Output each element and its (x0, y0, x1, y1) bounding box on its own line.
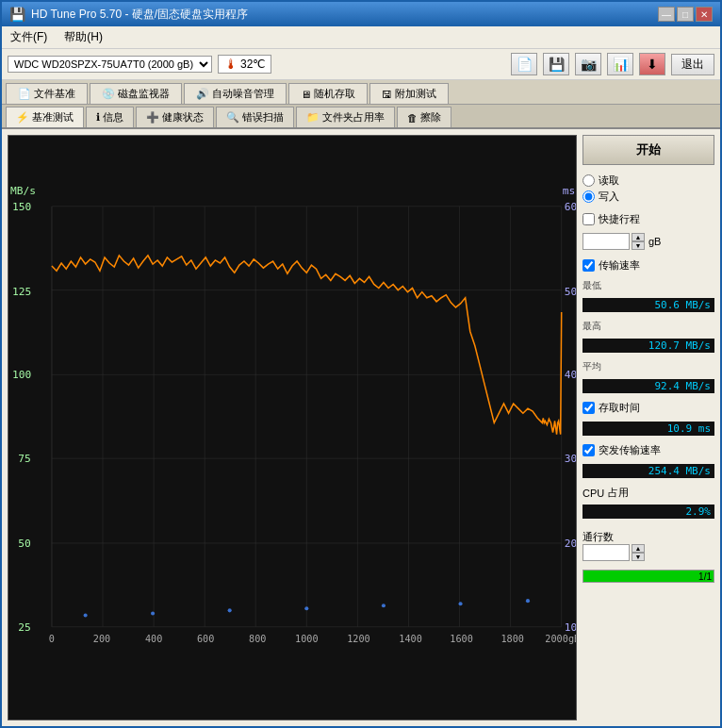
info-icon: ℹ (96, 111, 100, 124)
transfer-rate-checkbox[interactable] (583, 259, 595, 272)
window: 💾 HD Tune Pro 5.70 - 硬盘/固态硬盘实用程序 — □ ✕ 文… (0, 0, 722, 728)
cpu-value: 2.9% (583, 505, 714, 519)
app-icon: 💾 (9, 7, 25, 22)
window-controls: — □ ✕ (658, 7, 713, 22)
svg-text:2000gB: 2000gB (545, 634, 576, 644)
read-radio[interactable] (583, 174, 595, 187)
svg-point-50 (526, 599, 530, 603)
radio-group: 读取 写入 (583, 174, 714, 204)
svg-text:30: 30 (565, 453, 576, 465)
transfer-rate-label: 传输速率 (599, 258, 640, 273)
tab-erase[interactable]: 🗑 擦除 (397, 107, 451, 127)
toolbar-btn-5[interactable]: ⬇ (639, 53, 665, 75)
access-time-value: 10.9 ms (583, 422, 714, 436)
svg-text:20: 20 (565, 538, 576, 550)
menu-file[interactable]: 文件(F) (8, 28, 50, 46)
progress-label: 1/1 (698, 571, 712, 584)
temperature-display: 🌡 32℃ (218, 55, 271, 74)
tab-file-usage[interactable]: 📁 文件夹占用率 (296, 107, 395, 127)
tab-info[interactable]: ℹ 信息 (86, 107, 134, 127)
tab-random-access[interactable]: 🖥 随机存取 (288, 83, 368, 104)
write-radio[interactable] (583, 190, 595, 203)
svg-text:25: 25 (18, 621, 31, 634)
svg-text:ms: ms (563, 185, 576, 197)
erase-icon: 🗑 (407, 112, 418, 124)
queue-input-row: 1 ▲ ▼ (583, 544, 714, 561)
thermometer-icon: 🌡 (224, 57, 238, 72)
tab-benchmark[interactable]: ⚡ 基准测试 (6, 107, 84, 127)
quick-test-row: 快捷行程 (583, 212, 714, 226)
svg-text:150: 150 (12, 201, 32, 213)
svg-text:40: 40 (565, 369, 576, 381)
burst-rate-checkbox[interactable] (583, 444, 595, 456)
svg-text:50: 50 (565, 286, 576, 298)
read-radio-label[interactable]: 读取 (583, 174, 714, 188)
health-icon: ➕ (146, 111, 159, 124)
disk-selector[interactable]: WDC WD20SPZX-75UA7T0 (2000 gB) (8, 56, 212, 73)
min-value: 50.6 MB/s (583, 298, 714, 312)
burst-rate-label: 突发传输速率 (599, 443, 661, 457)
toolbar-btn-2[interactable]: 💾 (543, 53, 569, 75)
start-button[interactable]: 开始 (583, 135, 714, 165)
quick-test-spin-down[interactable]: ▼ (632, 241, 645, 250)
svg-text:1200: 1200 (347, 634, 370, 644)
disk-monitor-icon: 💿 (102, 88, 115, 100)
queue-spin-up[interactable]: ▲ (632, 544, 645, 553)
quick-test-input[interactable]: 40 (583, 233, 630, 250)
tab-error-scan[interactable]: 🔍 错误扫描 (216, 107, 294, 127)
file-bench-icon: 📄 (18, 88, 31, 100)
cpu-label: CPU (583, 488, 604, 499)
svg-text:125: 125 (12, 286, 31, 298)
svg-text:800: 800 (249, 634, 266, 644)
tabs-row-1: 📄 文件基准 💿 磁盘监视器 🔊 自动噪音管理 🖥 随机存取 🖫 附加测试 (2, 80, 720, 105)
svg-text:200: 200 (93, 634, 110, 644)
minimize-button[interactable]: — (658, 7, 675, 22)
cpu-usage-label: 占用 (608, 486, 629, 500)
toolbar: WDC WD20SPZX-75UA7T0 (2000 gB) 🌡 32℃ 📄 💾… (2, 49, 720, 80)
transfer-rate-row: 传输速率 (583, 258, 714, 273)
burst-rate-value: 254.4 MB/s (583, 464, 714, 478)
svg-point-44 (84, 613, 88, 617)
right-panel: 开始 读取 写入 快捷行程 40 ▲ (583, 135, 714, 720)
queue-spin-down[interactable]: ▼ (632, 553, 645, 561)
svg-text:10: 10 (565, 621, 576, 634)
svg-text:75: 75 (18, 453, 31, 465)
svg-text:100: 100 (12, 369, 32, 381)
svg-point-45 (151, 611, 155, 615)
toolbar-btn-3[interactable]: 📷 (575, 53, 601, 75)
exit-button[interactable]: 退出 (671, 54, 714, 75)
svg-point-48 (382, 604, 386, 607)
chart-container: 150 125 100 75 50 25 60 50 40 30 20 10 (8, 135, 577, 720)
main-area: 150 125 100 75 50 25 60 50 40 30 20 10 (2, 129, 720, 726)
svg-text:1800: 1800 (500, 634, 524, 644)
quick-test-unit: gB (648, 236, 661, 247)
progress-bar-fill (583, 571, 714, 582)
temperature-value: 32℃ (240, 58, 265, 71)
toolbar-btn-1[interactable]: 📄 (511, 53, 537, 75)
quick-test-checkbox[interactable] (583, 213, 595, 225)
quick-test-spin-up[interactable]: ▲ (632, 233, 645, 241)
progress-bar-container: 1/1 (583, 570, 714, 583)
write-radio-label[interactable]: 写入 (583, 190, 714, 204)
benchmark-icon: ⚡ (16, 111, 29, 124)
access-time-checkbox[interactable] (583, 402, 595, 414)
svg-text:1600: 1600 (450, 634, 473, 644)
svg-text:0: 0 (49, 634, 55, 644)
tab-health[interactable]: ➕ 健康状态 (136, 107, 214, 127)
tab-file-bench[interactable]: 📄 文件基准 (6, 83, 88, 104)
svg-text:60: 60 (565, 201, 576, 213)
tab-disk-monitor[interactable]: 💿 磁盘监视器 (90, 83, 182, 104)
tab-noise-mgmt[interactable]: 🔊 自动噪音管理 (184, 83, 287, 104)
menu-help[interactable]: 帮助(H) (61, 28, 106, 46)
maximize-button[interactable]: □ (677, 7, 694, 22)
queue-input[interactable]: 1 (583, 544, 630, 561)
extra-icon: 🖫 (382, 89, 392, 100)
close-button[interactable]: ✕ (696, 7, 713, 22)
svg-text:600: 600 (197, 634, 214, 644)
svg-rect-0 (8, 173, 576, 683)
benchmark-chart: 150 125 100 75 50 25 60 50 40 30 20 10 (8, 136, 576, 720)
toolbar-btn-4[interactable]: 📊 (607, 53, 633, 75)
tab-extra-tests[interactable]: 🖫 附加测试 (369, 83, 449, 104)
max-value: 120.7 MB/s (583, 339, 714, 353)
queue-label: 通行数 (583, 530, 714, 544)
